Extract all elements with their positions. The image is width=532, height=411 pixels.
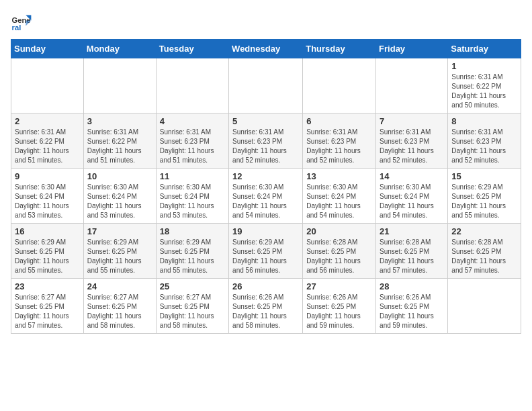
weekday-row: Sunday Monday Tuesday Wednesday Thursday… [11,40,521,58]
day-info: Sunrise: 6:28 AM Sunset: 6:25 PM Dayligh… [451,238,517,275]
day-number: 5 [232,116,299,126]
day-info: Sunrise: 6:26 AM Sunset: 6:25 PM Dayligh… [380,293,444,330]
day-number: 14 [380,171,444,181]
calendar-cell [448,279,521,334]
day-number: 12 [232,171,299,181]
calendar-cell: 2Sunrise: 6:31 AM Sunset: 6:22 PM Daylig… [11,113,84,169]
calendar-cell: 24Sunrise: 6:27 AM Sunset: 6:25 PM Dayli… [83,279,156,334]
calendar-cell: 17Sunrise: 6:29 AM Sunset: 6:25 PM Dayli… [83,224,156,279]
day-number: 26 [232,281,299,291]
day-info: Sunrise: 6:27 AM Sunset: 6:25 PM Dayligh… [15,293,80,330]
day-number: 22 [451,226,517,236]
day-number: 16 [15,226,80,236]
day-number: 20 [306,226,372,236]
day-number: 6 [306,116,372,126]
calendar-cell [376,58,448,113]
calendar-cell: 12Sunrise: 6:30 AM Sunset: 6:24 PM Dayli… [229,169,303,224]
calendar-cell: 28Sunrise: 6:26 AM Sunset: 6:25 PM Dayli… [376,279,448,334]
day-number: 24 [87,281,152,291]
calendar-cell: 7Sunrise: 6:31 AM Sunset: 6:23 PM Daylig… [376,113,448,169]
day-info: Sunrise: 6:30 AM Sunset: 6:24 PM Dayligh… [160,183,225,220]
day-number: 18 [160,226,225,236]
calendar-cell: 26Sunrise: 6:26 AM Sunset: 6:25 PM Dayli… [229,279,303,334]
calendar-cell: 6Sunrise: 6:31 AM Sunset: 6:23 PM Daylig… [303,113,376,169]
col-thursday: Thursday [303,40,376,58]
calendar-cell: 25Sunrise: 6:27 AM Sunset: 6:25 PM Dayli… [156,279,228,334]
calendar-cell: 1Sunrise: 6:31 AM Sunset: 6:22 PM Daylig… [448,58,521,113]
calendar-header: Sunday Monday Tuesday Wednesday Thursday… [11,40,521,58]
day-number: 10 [87,171,152,181]
day-number: 23 [15,281,80,291]
col-saturday: Saturday [448,40,521,58]
day-number: 7 [380,116,444,126]
col-friday: Friday [376,40,448,58]
page-header: Gene ral [11,11,521,32]
day-info: Sunrise: 6:29 AM Sunset: 6:25 PM Dayligh… [15,238,80,275]
calendar-cell: 18Sunrise: 6:29 AM Sunset: 6:25 PM Dayli… [156,224,228,279]
day-number: 11 [160,171,225,181]
day-info: Sunrise: 6:30 AM Sunset: 6:24 PM Dayligh… [232,183,299,220]
day-number: 15 [451,171,517,181]
calendar-cell [303,58,376,113]
day-number: 19 [232,226,299,236]
day-number: 17 [87,226,152,236]
day-info: Sunrise: 6:30 AM Sunset: 6:24 PM Dayligh… [15,183,80,220]
calendar-cell: 13Sunrise: 6:30 AM Sunset: 6:24 PM Dayli… [303,169,376,224]
calendar-cell: 10Sunrise: 6:30 AM Sunset: 6:24 PM Dayli… [83,169,156,224]
day-info: Sunrise: 6:28 AM Sunset: 6:25 PM Dayligh… [380,238,444,275]
calendar-cell: 3Sunrise: 6:31 AM Sunset: 6:22 PM Daylig… [83,113,156,169]
day-number: 28 [380,281,444,291]
day-info: Sunrise: 6:29 AM Sunset: 6:25 PM Dayligh… [87,238,152,275]
logo-icon: Gene ral [11,11,32,32]
day-info: Sunrise: 6:26 AM Sunset: 6:25 PM Dayligh… [306,293,372,330]
col-monday: Monday [83,40,156,58]
calendar-cell: 4Sunrise: 6:31 AM Sunset: 6:23 PM Daylig… [156,113,228,169]
calendar-cell: 22Sunrise: 6:28 AM Sunset: 6:25 PM Dayli… [448,224,521,279]
day-info: Sunrise: 6:30 AM Sunset: 6:24 PM Dayligh… [380,183,444,220]
day-number: 2 [15,116,80,126]
calendar-cell: 23Sunrise: 6:27 AM Sunset: 6:25 PM Dayli… [11,279,84,334]
calendar-cell: 9Sunrise: 6:30 AM Sunset: 6:24 PM Daylig… [11,169,84,224]
calendar-cell [83,58,156,113]
calendar-cell: 20Sunrise: 6:28 AM Sunset: 6:25 PM Dayli… [303,224,376,279]
day-info: Sunrise: 6:28 AM Sunset: 6:25 PM Dayligh… [306,238,372,275]
svg-text:ral: ral [12,24,21,32]
day-info: Sunrise: 6:31 AM Sunset: 6:23 PM Dayligh… [306,128,372,165]
col-wednesday: Wednesday [229,40,303,58]
day-info: Sunrise: 6:31 AM Sunset: 6:23 PM Dayligh… [232,128,299,165]
day-number: 21 [380,226,444,236]
calendar-cell: 11Sunrise: 6:30 AM Sunset: 6:24 PM Dayli… [156,169,228,224]
calendar-cell: 5Sunrise: 6:31 AM Sunset: 6:23 PM Daylig… [229,113,303,169]
day-number: 4 [160,116,225,126]
day-number: 13 [306,171,372,181]
calendar-cell [11,58,84,113]
day-number: 9 [15,171,80,181]
calendar-cell: 14Sunrise: 6:30 AM Sunset: 6:24 PM Dayli… [376,169,448,224]
day-info: Sunrise: 6:31 AM Sunset: 6:22 PM Dayligh… [87,128,152,165]
col-sunday: Sunday [11,40,84,58]
day-info: Sunrise: 6:31 AM Sunset: 6:22 PM Dayligh… [15,128,80,165]
day-info: Sunrise: 6:31 AM Sunset: 6:22 PM Dayligh… [451,73,517,110]
day-number: 3 [87,116,152,126]
day-number: 8 [451,116,517,126]
day-info: Sunrise: 6:31 AM Sunset: 6:23 PM Dayligh… [451,128,517,165]
day-info: Sunrise: 6:30 AM Sunset: 6:24 PM Dayligh… [306,183,372,220]
day-info: Sunrise: 6:31 AM Sunset: 6:23 PM Dayligh… [380,128,444,165]
calendar-body: 1Sunrise: 6:31 AM Sunset: 6:22 PM Daylig… [11,58,521,334]
day-info: Sunrise: 6:27 AM Sunset: 6:25 PM Dayligh… [160,293,225,330]
calendar-cell: 16Sunrise: 6:29 AM Sunset: 6:25 PM Dayli… [11,224,84,279]
calendar-cell: 21Sunrise: 6:28 AM Sunset: 6:25 PM Dayli… [376,224,448,279]
day-number: 25 [160,281,225,291]
calendar-cell [156,58,228,113]
day-info: Sunrise: 6:29 AM Sunset: 6:25 PM Dayligh… [160,238,225,275]
day-info: Sunrise: 6:27 AM Sunset: 6:25 PM Dayligh… [87,293,152,330]
calendar-cell: 15Sunrise: 6:29 AM Sunset: 6:25 PM Dayli… [448,169,521,224]
day-info: Sunrise: 6:31 AM Sunset: 6:23 PM Dayligh… [160,128,225,165]
day-number: 1 [451,61,517,71]
calendar-cell [229,58,303,113]
calendar-table: Sunday Monday Tuesday Wednesday Thursday… [11,39,521,334]
day-number: 27 [306,281,372,291]
calendar-cell: 19Sunrise: 6:29 AM Sunset: 6:25 PM Dayli… [229,224,303,279]
logo: Gene ral [11,11,35,32]
calendar-cell: 27Sunrise: 6:26 AM Sunset: 6:25 PM Dayli… [303,279,376,334]
